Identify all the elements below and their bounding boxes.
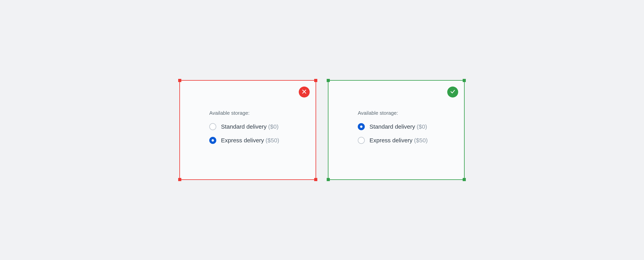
radio-group: Available storage: Standard delivery ($0… [209, 110, 304, 151]
group-heading: Available storage: [358, 110, 452, 116]
radio-checked-icon [358, 123, 365, 130]
option-label: Express delivery [370, 137, 412, 144]
radio-checked-icon [209, 137, 216, 144]
radio-option-express[interactable]: Express delivery ($50) [358, 137, 452, 144]
selection-handle [463, 178, 466, 181]
option-price: ($0) [268, 123, 278, 130]
selection-handle [463, 79, 466, 82]
x-icon [302, 89, 307, 95]
selection-handle [327, 79, 330, 82]
radio-unchecked-icon [209, 123, 216, 130]
radio-option-express[interactable]: Express delivery ($50) [209, 137, 304, 144]
selection-handle [314, 178, 317, 181]
option-price: ($0) [416, 123, 427, 130]
option-label: Standard delivery [370, 123, 415, 130]
radio-group: Available storage: Standard delivery ($0… [358, 110, 452, 151]
radio-option-standard[interactable]: Standard delivery ($0) [358, 123, 452, 130]
option-price: ($50) [414, 137, 428, 144]
selection-handle [327, 178, 330, 181]
radio-unchecked-icon [358, 137, 365, 144]
group-heading: Available storage: [209, 110, 304, 116]
option-label: Express delivery [221, 137, 264, 144]
correct-badge [447, 86, 458, 97]
option-label: Standard delivery [221, 123, 266, 130]
selection-handle [178, 79, 181, 82]
incorrect-badge [299, 86, 310, 97]
selection-handle [314, 79, 317, 82]
incorrect-example-panel: Available storage: Standard delivery ($0… [179, 80, 316, 180]
correct-example-panel: Available storage: Standard delivery ($0… [328, 80, 465, 180]
check-icon [450, 89, 456, 95]
selection-handle [178, 178, 181, 181]
radio-option-standard[interactable]: Standard delivery ($0) [209, 123, 304, 130]
option-price: ($50) [266, 137, 279, 144]
